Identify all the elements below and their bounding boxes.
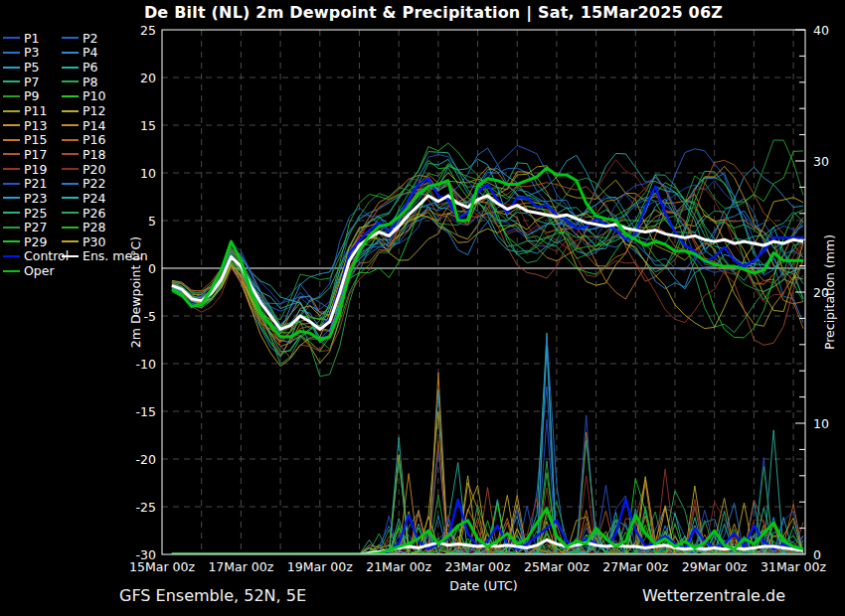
left-axis-tick-label: 25 [140,23,156,38]
ensemble-member-precip-line [172,386,803,554]
left-axis-tick-label: -25 [136,500,156,515]
x-axis-tick-label: 21Mar 00z [366,559,431,574]
model-info-label: GFS Ensemble, 52N, 5E [119,586,306,605]
left-axis-tick-label: -15 [136,404,156,419]
right-axis-tick-label: 10 [813,416,829,431]
weather-ensemble-chart: De Bilt (NL) 2m Dewpoint & Precipitation… [0,0,845,616]
x-axis-tick-label: 25Mar 00z [524,559,590,574]
right-axis-tick-label: 30 [813,154,829,169]
left-axis-tick-label: 15 [140,118,156,133]
left-axis-tick-label: 10 [140,166,156,181]
ensemble-plot-svg: 2520151050-5-10-15-20-25-3001020304015Ma… [0,0,845,616]
x-axis-tick-label: 27Mar 00z [602,559,668,574]
left-axis-tick-label: -20 [136,452,156,467]
x-axis-tick-label: 23Mar 00z [445,559,511,574]
site-credit-label: Wetterzentrale.de [557,586,785,605]
ensemble-member-dewpoint-line [172,155,803,331]
right-axis-tick-label: 40 [813,23,829,38]
left-axis-title: 2m Dewpoint (°C) [128,236,143,348]
left-axis-tick-label: 20 [140,71,156,85]
x-axis-tick-label: 29Mar 00z [682,559,748,574]
ensemble-member-precip-line [172,373,803,554]
x-axis-tick-label: 15Mar 00z [129,559,195,574]
x-axis-tick-label: 19Mar 00z [287,559,353,574]
left-axis-tick-label: 5 [148,214,156,229]
x-axis-title: Date (UTC) [449,578,517,593]
left-axis-tick-label: -5 [144,309,156,324]
right-axis-title: Precipitation (mm) [822,234,837,350]
x-axis-tick-label: 17Mar 00z [208,559,273,574]
x-axis-tick-label: 31Mar 00z [760,559,826,574]
series-group [172,140,803,554]
left-axis-tick-label: 0 [148,261,156,276]
ensemble-member-dewpoint-line [172,198,803,367]
left-axis-tick-label: -10 [136,357,156,372]
